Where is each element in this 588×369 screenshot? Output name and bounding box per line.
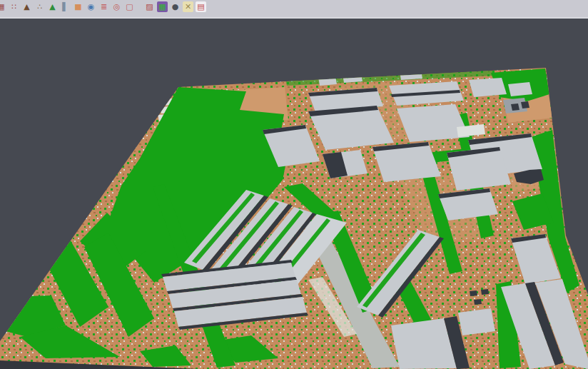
delete-cross-icon[interactable]: ✕ bbox=[183, 1, 193, 12]
terrain-dem-icon[interactable]: ▲ bbox=[21, 1, 32, 12]
clip-box-icon[interactable]: ▢ bbox=[124, 1, 135, 12]
bldg-t3 bbox=[469, 78, 507, 97]
globe-icon[interactable]: ◉ bbox=[86, 1, 96, 12]
bldg-top-tiny-2 bbox=[343, 73, 363, 83]
tr-pit-1 bbox=[511, 103, 519, 111]
target-circle-icon[interactable]: ◎ bbox=[111, 1, 122, 12]
clutter-2 bbox=[481, 289, 489, 295]
classify-points-icon[interactable]: ∷ bbox=[9, 1, 19, 12]
point-cloud-scene[interactable] bbox=[0, 0, 588, 369]
clutter-3 bbox=[474, 299, 482, 305]
toolbar: ▦∷▲∴▲▌■◉≣◎▢▨▦●✕▤ bbox=[0, 0, 588, 19]
application-window: ▦∷▲∴▲▌■◉≣◎▢▨▦●✕▤ bbox=[0, 0, 588, 369]
profile-view-icon[interactable]: ▌ bbox=[60, 1, 71, 12]
layers-icon[interactable]: ≣ bbox=[98, 1, 109, 12]
bldg-tr-a bbox=[508, 82, 532, 96]
orthophoto-icon[interactable]: ■ bbox=[73, 1, 83, 12]
deselect-box-icon[interactable]: ▨ bbox=[144, 1, 155, 12]
sparse-points-icon[interactable]: ∴ bbox=[34, 1, 45, 12]
bldg-bc-small bbox=[458, 308, 495, 335]
bldg-top-tiny-3 bbox=[400, 70, 422, 80]
classification-view-icon[interactable]: ▦ bbox=[157, 1, 168, 12]
bldg-top-tiny-1 bbox=[318, 76, 337, 86]
texture-icon[interactable]: ▦ bbox=[0, 1, 6, 12]
vegetation-terrain-icon[interactable]: ▲ bbox=[47, 1, 58, 12]
flag-rows-icon[interactable]: ▤ bbox=[196, 1, 206, 12]
tr-pit-2 bbox=[521, 101, 529, 108]
sphere-render-icon[interactable]: ● bbox=[170, 1, 181, 12]
viewport-3d[interactable] bbox=[0, 0, 588, 369]
clutter-1 bbox=[470, 290, 477, 296]
